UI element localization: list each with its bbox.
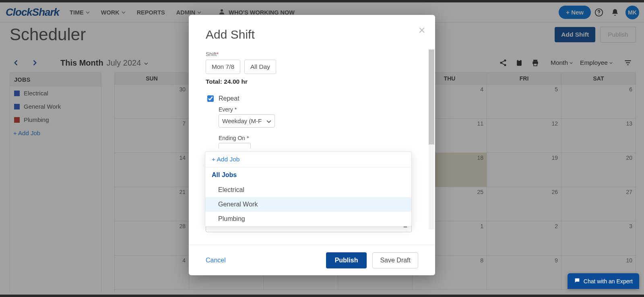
repeat-label: Repeat [219,95,239,102]
shift-allday-toggle[interactable]: All Day [244,60,276,74]
every-label: Every * [219,106,418,113]
shift-date-picker[interactable]: Mon 7/8 [206,60,240,74]
dropdown-job-item[interactable]: Electrical [205,183,411,197]
modal-footer: Cancel Publish Save Draft [189,245,435,275]
modal-title: Add Shift [206,28,418,41]
dropdown-job-item[interactable]: General Work [205,197,411,212]
chat-widget[interactable]: Chat with an Expert [568,273,639,289]
add-shift-modal: ✕ Add Shift Shift* Mon 7/8 All Day Total… [189,15,435,275]
save-draft-button[interactable]: Save Draft [372,252,418,268]
window-bottom-strip [0,295,644,297]
shift-total: Total: 24.00 hr [206,78,418,85]
dropdown-all-jobs[interactable]: All Jobs [205,167,411,183]
dropdown-add-job[interactable]: + Add Job [205,152,411,167]
dropdown-job-item[interactable]: Plumbing [205,212,411,226]
ending-date-input[interactable] [219,143,251,148]
repeat-checkbox[interactable] [207,95,214,102]
chat-label: Chat with an Expert [584,278,633,285]
chevron-down-icon [266,118,271,124]
ending-label: Ending On * [219,135,418,141]
publish-button[interactable]: Publish [326,252,367,268]
job-dropdown-popover: + Add Job All Jobs ElectricalGeneral Wor… [205,151,412,227]
shift-label: Shift* [206,51,418,57]
close-icon[interactable]: ✕ [418,25,425,36]
every-select[interactable]: Weekday (M-F) [219,114,275,128]
every-value: Weekday (M-F) [222,118,262,124]
chat-icon [574,277,584,285]
cancel-button[interactable]: Cancel [206,257,226,264]
modal-scrollbar-thumb[interactable] [429,50,434,144]
